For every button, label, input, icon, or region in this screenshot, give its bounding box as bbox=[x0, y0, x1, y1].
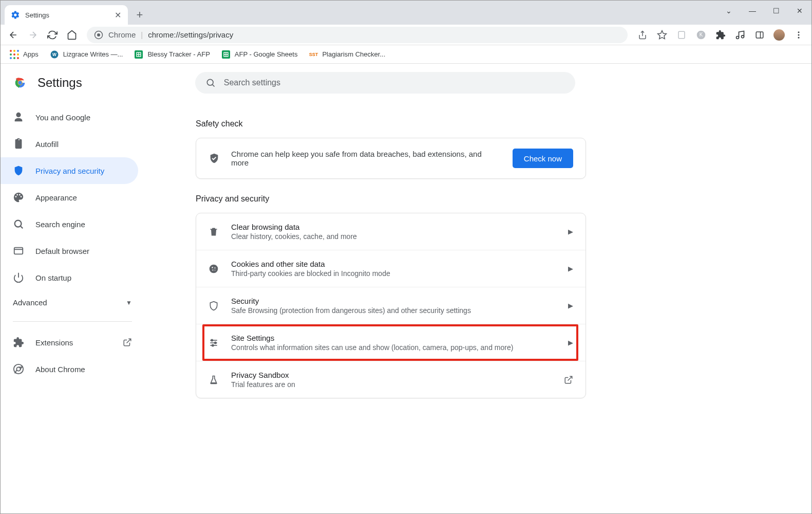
home-button[interactable] bbox=[63, 26, 81, 44]
sheets-icon bbox=[221, 50, 231, 59]
reload-button[interactable] bbox=[44, 26, 61, 44]
row-security[interactable]: Security Safe Browsing (protection from … bbox=[196, 287, 586, 324]
sheets-icon bbox=[134, 50, 143, 59]
svg-point-1 bbox=[97, 33, 100, 36]
power-icon bbox=[13, 272, 24, 283]
safety-check-text: Chrome can help keep you safe from data … bbox=[231, 150, 501, 167]
close-tab-icon[interactable]: ✕ bbox=[114, 11, 122, 19]
forward-button[interactable] bbox=[24, 26, 42, 44]
svg-point-45 bbox=[215, 342, 216, 343]
browser-tab-strip: Settings ✕ + ⌄ — ☐ ✕ bbox=[1, 1, 811, 25]
bookmark-plagiarism[interactable]: SST Plagiarism Checker... bbox=[305, 48, 389, 61]
svg-line-28 bbox=[21, 226, 23, 228]
nav-default-browser[interactable]: Default browser bbox=[1, 237, 138, 264]
open-in-new-icon bbox=[564, 375, 573, 384]
svg-point-11 bbox=[798, 34, 800, 35]
browser-window-icon bbox=[13, 245, 24, 256]
search-placeholder: Search settings bbox=[224, 78, 280, 87]
svg-point-40 bbox=[215, 269, 216, 270]
chrome-outline-icon bbox=[13, 363, 24, 375]
nav-autofill[interactable]: Autofill bbox=[1, 131, 138, 157]
settings-gear-icon bbox=[11, 10, 20, 20]
nav-appearance[interactable]: Appearance bbox=[1, 184, 138, 211]
chevron-right-icon: ▶ bbox=[568, 302, 573, 309]
chrome-menu-icon[interactable] bbox=[790, 26, 807, 44]
share-icon[interactable] bbox=[634, 26, 651, 44]
wordpress-icon: W bbox=[50, 50, 59, 59]
nav-privacy-security[interactable]: Privacy and security bbox=[1, 157, 138, 184]
bookmark-blessy-tracker[interactable]: Blessy Tracker - AFP bbox=[130, 48, 214, 61]
svg-point-24 bbox=[18, 81, 22, 84]
check-now-button[interactable]: Check now bbox=[513, 149, 573, 168]
svg-point-6 bbox=[737, 36, 739, 39]
minimize-window-icon[interactable]: — bbox=[741, 7, 764, 15]
sst-icon: SST bbox=[309, 50, 318, 59]
profile-avatar[interactable] bbox=[770, 26, 788, 44]
profile-k-icon[interactable]: K bbox=[692, 26, 710, 44]
nav-on-startup[interactable]: On startup bbox=[1, 264, 138, 291]
nav-search-engine[interactable]: Search engine bbox=[1, 211, 138, 237]
nav-advanced-toggle[interactable]: Advanced ▼ bbox=[1, 291, 144, 314]
browser-tab[interactable]: Settings ✕ bbox=[5, 5, 128, 25]
browser-toolbar: Chrome | chrome://settings/privacy K bbox=[1, 25, 811, 45]
trash-icon bbox=[209, 227, 220, 237]
new-tab-button[interactable]: + bbox=[132, 7, 147, 23]
svg-point-10 bbox=[798, 31, 800, 33]
address-bar[interactable]: Chrome | chrome://settings/privacy bbox=[87, 27, 628, 43]
bookmarks-bar: Apps W Lizgrace Writes —... Blessy Track… bbox=[1, 45, 811, 64]
nav-extensions[interactable]: Extensions bbox=[1, 329, 144, 356]
svg-point-12 bbox=[798, 36, 800, 38]
svg-rect-3 bbox=[678, 31, 685, 39]
cookie-icon bbox=[209, 264, 220, 274]
open-in-new-icon bbox=[123, 338, 132, 347]
extensions-puzzle-icon[interactable] bbox=[712, 26, 729, 44]
bookmark-star-icon[interactable] bbox=[653, 26, 671, 44]
flask-icon bbox=[209, 375, 220, 385]
palette-icon bbox=[13, 192, 24, 203]
search-icon bbox=[13, 218, 24, 230]
back-button[interactable] bbox=[5, 26, 22, 44]
bookmark-afp-sheets[interactable]: AFP - Google Sheets bbox=[217, 48, 302, 61]
svg-point-36 bbox=[210, 264, 218, 273]
tune-icon bbox=[209, 338, 220, 348]
safety-check-heading: Safety check bbox=[196, 119, 586, 128]
row-cookies[interactable]: Cookies and other site data Third-party … bbox=[196, 250, 586, 287]
maximize-window-icon[interactable]: ☐ bbox=[764, 7, 788, 15]
media-controls-icon[interactable] bbox=[731, 26, 749, 44]
nav-about-chrome[interactable]: About Chrome bbox=[1, 356, 144, 382]
close-window-icon[interactable]: ✕ bbox=[788, 7, 811, 15]
svg-rect-29 bbox=[14, 248, 23, 254]
svg-text:K: K bbox=[700, 32, 703, 38]
tabs-dropdown-icon[interactable]: ⌄ bbox=[717, 1, 741, 21]
privacy-security-card: Clear browsing data Clear history, cooki… bbox=[196, 213, 586, 398]
puzzle-icon bbox=[13, 337, 24, 348]
clipboard-icon bbox=[13, 138, 24, 150]
tab-title: Settings bbox=[25, 11, 109, 19]
shield-icon bbox=[209, 301, 220, 311]
row-site-settings[interactable]: Site Settings Controls what information … bbox=[196, 324, 586, 361]
svg-point-46 bbox=[212, 344, 214, 346]
svg-text:W: W bbox=[52, 52, 56, 57]
settings-side-nav: You and Google Autofill Privacy and secu… bbox=[1, 99, 144, 513]
page-title: Settings bbox=[37, 76, 82, 90]
row-privacy-sandbox[interactable]: Privacy Sandbox Trial features are on bbox=[196, 361, 586, 398]
search-icon bbox=[205, 78, 216, 88]
svg-point-25 bbox=[207, 79, 213, 85]
settings-search-input[interactable]: Search settings bbox=[195, 72, 575, 94]
chevron-right-icon: ▶ bbox=[568, 265, 573, 272]
svg-point-32 bbox=[16, 367, 20, 371]
svg-point-7 bbox=[742, 35, 744, 38]
person-icon bbox=[13, 112, 24, 123]
svg-point-38 bbox=[214, 267, 215, 268]
chevron-right-icon: ▶ bbox=[568, 339, 573, 346]
reading-mode-icon[interactable] bbox=[673, 26, 690, 44]
svg-line-26 bbox=[213, 85, 215, 87]
svg-point-37 bbox=[212, 267, 213, 268]
chrome-logo-icon bbox=[13, 76, 27, 90]
side-panel-icon[interactable] bbox=[751, 26, 768, 44]
row-clear-browsing-data[interactable]: Clear browsing data Clear history, cooki… bbox=[196, 213, 586, 250]
bookmark-lizgrace[interactable]: W Lizgrace Writes —... bbox=[46, 48, 127, 61]
nav-you-and-google[interactable]: You and Google bbox=[1, 104, 138, 131]
shield-icon bbox=[13, 165, 24, 176]
apps-bookmark[interactable]: Apps bbox=[6, 48, 43, 61]
